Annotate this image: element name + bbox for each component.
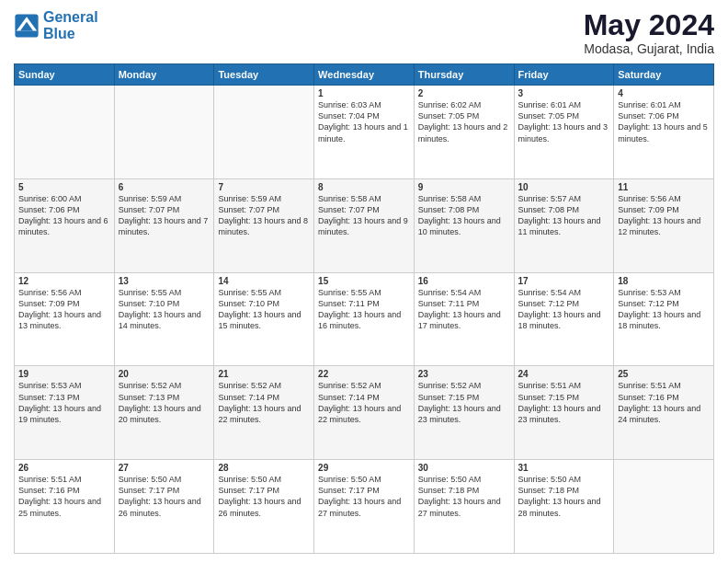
day-info: Sunrise: 5:50 AM Sunset: 7:18 PM Dayligh… <box>418 474 510 519</box>
logo-icon <box>14 13 40 39</box>
calendar-cell: 5Sunrise: 6:00 AM Sunset: 7:06 PM Daylig… <box>15 178 115 272</box>
calendar-cell: 7Sunrise: 5:59 AM Sunset: 7:07 PM Daylig… <box>214 178 314 272</box>
day-number: 19 <box>18 369 110 379</box>
logo: General Blue <box>14 9 98 41</box>
day-number: 22 <box>318 369 410 379</box>
weekday-header: Sunday <box>15 64 115 86</box>
weekday-header: Friday <box>514 64 614 86</box>
day-info: Sunrise: 5:58 AM Sunset: 7:08 PM Dayligh… <box>418 193 510 238</box>
logo-line2: Blue <box>43 26 75 41</box>
calendar-cell: 19Sunrise: 5:53 AM Sunset: 7:13 PM Dayli… <box>15 366 115 460</box>
day-number: 1 <box>318 88 410 98</box>
day-info: Sunrise: 5:52 AM Sunset: 7:14 PM Dayligh… <box>318 380 410 425</box>
day-info: Sunrise: 5:58 AM Sunset: 7:07 PM Dayligh… <box>318 193 410 238</box>
day-number: 17 <box>518 276 610 286</box>
day-number: 10 <box>518 182 610 192</box>
day-number: 26 <box>18 463 110 473</box>
day-number: 2 <box>418 88 510 98</box>
day-info: Sunrise: 5:57 AM Sunset: 7:08 PM Dayligh… <box>518 193 610 238</box>
day-info: Sunrise: 6:00 AM Sunset: 7:06 PM Dayligh… <box>18 193 110 238</box>
day-info: Sunrise: 5:55 AM Sunset: 7:11 PM Dayligh… <box>318 287 410 332</box>
location: Modasa, Gujarat, India <box>584 41 714 56</box>
weekday-row: SundayMondayTuesdayWednesdayThursdayFrid… <box>15 64 714 86</box>
day-number: 9 <box>418 182 510 192</box>
calendar-cell: 9Sunrise: 5:58 AM Sunset: 7:08 PM Daylig… <box>414 178 514 272</box>
day-number: 11 <box>618 182 710 192</box>
day-number: 16 <box>418 276 510 286</box>
day-info: Sunrise: 5:50 AM Sunset: 7:17 PM Dayligh… <box>318 474 410 519</box>
calendar-week-row: 19Sunrise: 5:53 AM Sunset: 7:13 PM Dayli… <box>15 366 714 460</box>
day-info: Sunrise: 5:53 AM Sunset: 7:12 PM Dayligh… <box>618 287 710 332</box>
day-number: 3 <box>518 88 610 98</box>
calendar-cell: 8Sunrise: 5:58 AM Sunset: 7:07 PM Daylig… <box>314 178 415 272</box>
calendar-cell: 1Sunrise: 6:03 AM Sunset: 7:04 PM Daylig… <box>314 86 415 179</box>
day-number: 21 <box>218 369 310 379</box>
day-number: 5 <box>18 182 110 192</box>
calendar-cell: 26Sunrise: 5:51 AM Sunset: 7:16 PM Dayli… <box>15 460 115 554</box>
day-number: 27 <box>119 463 210 473</box>
day-info: Sunrise: 5:59 AM Sunset: 7:07 PM Dayligh… <box>119 193 210 238</box>
day-info: Sunrise: 5:52 AM Sunset: 7:15 PM Dayligh… <box>418 380 510 425</box>
day-info: Sunrise: 5:59 AM Sunset: 7:07 PM Dayligh… <box>218 193 310 238</box>
day-number: 7 <box>218 182 310 192</box>
title-area: May 2024 Modasa, Gujarat, India <box>584 9 714 56</box>
logo-line1: General <box>43 9 98 25</box>
day-number: 14 <box>218 276 310 286</box>
day-info: Sunrise: 6:01 AM Sunset: 7:06 PM Dayligh… <box>618 99 710 144</box>
day-info: Sunrise: 5:55 AM Sunset: 7:10 PM Dayligh… <box>218 287 310 332</box>
day-info: Sunrise: 5:52 AM Sunset: 7:13 PM Dayligh… <box>119 380 210 425</box>
weekday-header: Monday <box>114 64 214 86</box>
weekday-header: Tuesday <box>214 64 314 86</box>
calendar-cell <box>15 86 115 179</box>
calendar-cell: 21Sunrise: 5:52 AM Sunset: 7:14 PM Dayli… <box>214 366 314 460</box>
day-info: Sunrise: 6:03 AM Sunset: 7:04 PM Dayligh… <box>318 99 410 144</box>
day-info: Sunrise: 5:51 AM Sunset: 7:16 PM Dayligh… <box>618 380 710 425</box>
calendar-cell <box>114 86 214 179</box>
calendar-cell: 14Sunrise: 5:55 AM Sunset: 7:10 PM Dayli… <box>214 272 314 366</box>
day-number: 12 <box>18 276 110 286</box>
day-number: 28 <box>218 463 310 473</box>
calendar-week-row: 12Sunrise: 5:56 AM Sunset: 7:09 PM Dayli… <box>15 272 714 366</box>
month-title: May 2024 <box>584 9 714 41</box>
calendar-cell: 18Sunrise: 5:53 AM Sunset: 7:12 PM Dayli… <box>614 272 714 366</box>
day-info: Sunrise: 5:54 AM Sunset: 7:12 PM Dayligh… <box>518 287 610 332</box>
calendar-cell: 23Sunrise: 5:52 AM Sunset: 7:15 PM Dayli… <box>414 366 514 460</box>
day-info: Sunrise: 6:01 AM Sunset: 7:05 PM Dayligh… <box>518 99 610 144</box>
calendar-cell: 25Sunrise: 5:51 AM Sunset: 7:16 PM Dayli… <box>614 366 714 460</box>
day-number: 20 <box>119 369 210 379</box>
calendar-cell: 16Sunrise: 5:54 AM Sunset: 7:11 PM Dayli… <box>414 272 514 366</box>
day-number: 4 <box>618 88 710 98</box>
day-number: 25 <box>618 369 710 379</box>
calendar-cell: 11Sunrise: 5:56 AM Sunset: 7:09 PM Dayli… <box>614 178 714 272</box>
calendar-cell: 3Sunrise: 6:01 AM Sunset: 7:05 PM Daylig… <box>514 86 614 179</box>
day-info: Sunrise: 5:50 AM Sunset: 7:17 PM Dayligh… <box>218 474 310 519</box>
calendar-cell: 4Sunrise: 6:01 AM Sunset: 7:06 PM Daylig… <box>614 86 714 179</box>
day-number: 6 <box>119 182 210 192</box>
calendar-cell: 17Sunrise: 5:54 AM Sunset: 7:12 PM Dayli… <box>514 272 614 366</box>
day-info: Sunrise: 5:55 AM Sunset: 7:10 PM Dayligh… <box>119 287 210 332</box>
calendar-cell: 27Sunrise: 5:50 AM Sunset: 7:17 PM Dayli… <box>114 460 214 554</box>
calendar-cell: 20Sunrise: 5:52 AM Sunset: 7:13 PM Dayli… <box>114 366 214 460</box>
calendar-cell: 2Sunrise: 6:02 AM Sunset: 7:05 PM Daylig… <box>414 86 514 179</box>
calendar-cell: 22Sunrise: 5:52 AM Sunset: 7:14 PM Dayli… <box>314 366 415 460</box>
day-number: 30 <box>418 463 510 473</box>
calendar-cell: 28Sunrise: 5:50 AM Sunset: 7:17 PM Dayli… <box>214 460 314 554</box>
calendar-cell: 30Sunrise: 5:50 AM Sunset: 7:18 PM Dayli… <box>414 460 514 554</box>
weekday-header: Saturday <box>614 64 714 86</box>
day-number: 18 <box>618 276 710 286</box>
day-number: 8 <box>318 182 410 192</box>
calendar-cell: 6Sunrise: 5:59 AM Sunset: 7:07 PM Daylig… <box>114 178 214 272</box>
day-info: Sunrise: 5:50 AM Sunset: 7:18 PM Dayligh… <box>518 474 610 519</box>
day-info: Sunrise: 5:54 AM Sunset: 7:11 PM Dayligh… <box>418 287 510 332</box>
calendar-body: 1Sunrise: 6:03 AM Sunset: 7:04 PM Daylig… <box>15 86 714 554</box>
calendar-cell: 15Sunrise: 5:55 AM Sunset: 7:11 PM Dayli… <box>314 272 415 366</box>
weekday-header: Thursday <box>414 64 514 86</box>
calendar-table: SundayMondayTuesdayWednesdayThursdayFrid… <box>14 63 714 554</box>
calendar-cell <box>614 460 714 554</box>
day-info: Sunrise: 5:51 AM Sunset: 7:15 PM Dayligh… <box>518 380 610 425</box>
day-number: 24 <box>518 369 610 379</box>
calendar-cell: 29Sunrise: 5:50 AM Sunset: 7:17 PM Dayli… <box>314 460 415 554</box>
calendar-cell: 24Sunrise: 5:51 AM Sunset: 7:15 PM Dayli… <box>514 366 614 460</box>
day-info: Sunrise: 6:02 AM Sunset: 7:05 PM Dayligh… <box>418 99 510 144</box>
day-number: 29 <box>318 463 410 473</box>
